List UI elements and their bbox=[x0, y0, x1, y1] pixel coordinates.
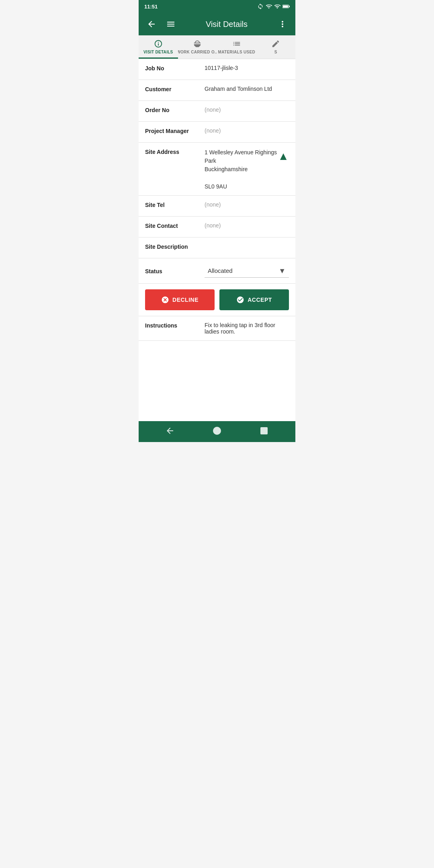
project-manager-value: (none) bbox=[201, 127, 289, 134]
status-icons bbox=[257, 3, 290, 10]
order-no-value: (none) bbox=[201, 106, 289, 113]
site-description-label: Site Description bbox=[145, 243, 201, 250]
instructions-label: Instructions bbox=[145, 322, 201, 329]
signal-icon bbox=[274, 3, 280, 10]
tab-bar: VISIT DETAILS WORK CARRIED O... MATERIAL… bbox=[139, 35, 295, 59]
svg-point-3 bbox=[213, 427, 221, 435]
svg-rect-4 bbox=[260, 427, 268, 434]
job-no-value: 10117-jlisle-3 bbox=[201, 65, 289, 71]
status-bar: 11:51 bbox=[139, 0, 295, 13]
site-address-label: Site Address bbox=[145, 148, 201, 155]
sync-icon bbox=[257, 3, 264, 10]
site-contact-row: Site Contact (none) bbox=[139, 217, 295, 237]
tab-signatures-label: S bbox=[274, 50, 277, 54]
nav-home-button[interactable] bbox=[204, 423, 230, 441]
customer-label: Customer bbox=[145, 86, 201, 92]
site-address-line1: 1 Wellesley Avenue Righings Park bbox=[205, 148, 278, 165]
status-select[interactable]: Allocated In Progress Completed Declined bbox=[205, 264, 289, 278]
site-tel-label: Site Tel bbox=[145, 201, 201, 208]
tab-materials-used-label: MATERIALS USED bbox=[218, 50, 255, 54]
app-bar: Visit Details bbox=[139, 13, 295, 35]
navigation-icon[interactable]: ▲ bbox=[278, 150, 289, 163]
action-buttons-row: DECLINE ACCEPT bbox=[139, 284, 295, 316]
content-spacer bbox=[139, 341, 295, 421]
tab-visit-details-label: VISIT DETAILS bbox=[143, 50, 173, 54]
site-address-line2: Buckinghamshire bbox=[205, 165, 278, 174]
tab-work-carried-out-label: WORK CARRIED O... bbox=[178, 50, 217, 54]
accept-button[interactable]: ACCEPT bbox=[219, 289, 289, 310]
hard-hat-icon bbox=[193, 39, 202, 48]
status-label: Status bbox=[145, 268, 201, 274]
decline-x-icon bbox=[161, 296, 169, 304]
status-row: Status Allocated In Progress Completed D… bbox=[139, 258, 295, 284]
site-contact-label: Site Contact bbox=[145, 222, 201, 229]
tab-materials-used[interactable]: MATERIALS USED bbox=[217, 35, 256, 59]
main-content: Job No 10117-jlisle-3 Customer Graham an… bbox=[139, 59, 295, 421]
bottom-nav bbox=[139, 421, 295, 442]
job-no-row: Job No 10117-jlisle-3 bbox=[139, 59, 295, 80]
site-tel-value: (none) bbox=[201, 201, 289, 208]
instructions-row: Instructions Fix to leaking tap in 3rd f… bbox=[139, 316, 295, 341]
back-button[interactable] bbox=[144, 17, 159, 31]
list-icon bbox=[232, 39, 241, 48]
customer-row: Customer Graham and Tomlinson Ltd bbox=[139, 80, 295, 101]
customer-value: Graham and Tomlinson Ltd bbox=[201, 86, 289, 92]
job-no-label: Job No bbox=[145, 65, 201, 72]
accept-check-icon bbox=[236, 296, 244, 304]
menu-button[interactable] bbox=[164, 17, 178, 31]
tab-signatures[interactable]: S bbox=[256, 35, 296, 59]
project-manager-label: Project Manager bbox=[145, 127, 201, 134]
tab-work-carried-out[interactable]: WORK CARRIED O... bbox=[178, 35, 217, 59]
page-title: Visit Details bbox=[183, 20, 270, 29]
site-address-row: Site Address 1 Wellesley Avenue Righings… bbox=[139, 143, 295, 196]
nav-back-button[interactable] bbox=[157, 423, 183, 441]
decline-label: DECLINE bbox=[172, 297, 199, 303]
info-icon bbox=[154, 39, 163, 48]
site-description-row: Site Description bbox=[139, 237, 295, 258]
status-time: 11:51 bbox=[144, 4, 158, 10]
nav-recents-button[interactable] bbox=[251, 423, 277, 441]
site-tel-row: Site Tel (none) bbox=[139, 196, 295, 217]
status-select-wrap: Allocated In Progress Completed Declined… bbox=[201, 264, 289, 278]
svg-rect-1 bbox=[289, 6, 290, 7]
svg-rect-2 bbox=[283, 5, 288, 7]
project-manager-row: Project Manager (none) bbox=[139, 122, 295, 143]
battery-icon bbox=[283, 4, 290, 9]
accept-label: ACCEPT bbox=[248, 297, 272, 303]
order-no-row: Order No (none) bbox=[139, 101, 295, 122]
signature-icon bbox=[271, 39, 280, 48]
site-address-content: 1 Wellesley Avenue Righings Park Bucking… bbox=[201, 148, 289, 190]
site-postcode: SL0 9AU bbox=[205, 183, 289, 190]
decline-button[interactable]: DECLINE bbox=[145, 289, 215, 310]
wifi-icon bbox=[266, 3, 272, 10]
site-contact-value: (none) bbox=[201, 222, 289, 229]
order-no-label: Order No bbox=[145, 106, 201, 113]
tab-visit-details[interactable]: VISIT DETAILS bbox=[139, 35, 178, 59]
more-options-button[interactable] bbox=[275, 17, 290, 31]
instructions-value: Fix to leaking tap in 3rd floor ladies r… bbox=[201, 322, 289, 335]
